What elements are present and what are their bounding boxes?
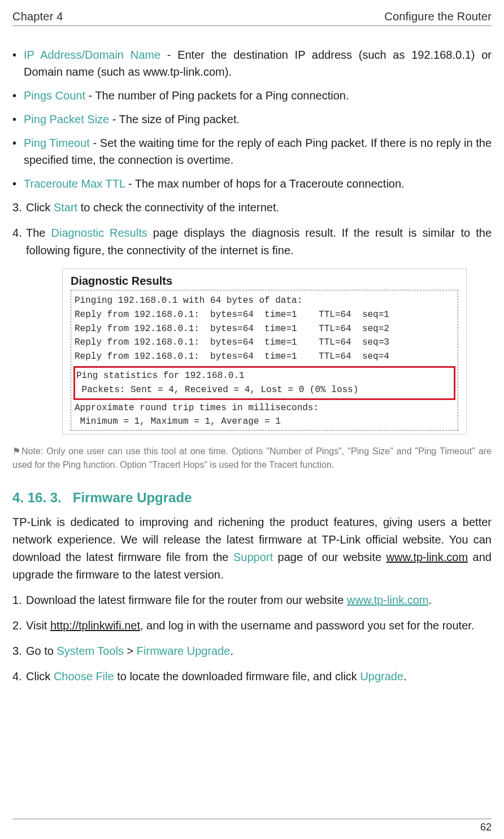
- note-text: Only one user can use this tool at one t…: [12, 446, 492, 470]
- diag-line: Reply from 192.168.0.1: bytes=64 time=1 …: [75, 322, 454, 336]
- steps-list-b: Download the latest firmware file for th…: [12, 592, 492, 685]
- note-icon: ⚑: [12, 446, 20, 456]
- step-text: .: [230, 645, 233, 657]
- page-number: 62: [12, 819, 492, 833]
- step-term: Start: [54, 201, 77, 214]
- bullet-item: Ping Timeout - Set the waiting time for …: [12, 134, 492, 168]
- step-text: Click: [26, 201, 54, 214]
- inline-term: Firmware Upgrade: [137, 645, 231, 657]
- chapter-label: Chapter 4: [12, 10, 63, 23]
- diag-line: Packets: Sent = 4, Received = 4, Lost = …: [76, 383, 453, 397]
- step-text: Click: [26, 670, 54, 682]
- bullet-item: Ping Packet Size - The size of Ping pack…: [12, 111, 492, 128]
- section-heading: 4. 16. 3. Firmware Upgrade: [12, 490, 492, 506]
- param-text: - The size of Ping packet.: [109, 113, 240, 125]
- header-rule: [12, 25, 492, 26]
- inline-term: Upgrade: [360, 670, 403, 682]
- bullet-item: Pings Count - The number of Ping packets…: [12, 87, 492, 104]
- diagnostic-output: Pinging 192.168.0.1 with 64 bytes of dat…: [71, 290, 458, 431]
- inline-link[interactable]: http://tplinkwifi.net: [50, 619, 140, 632]
- param-text: - The number of Ping packets for a Ping …: [85, 89, 349, 102]
- param-text: - The max number of hops for a Tracerout…: [125, 177, 404, 190]
- diag-line: Pinging 192.168.0.1 with 64 bytes of dat…: [75, 294, 454, 308]
- diag-line: Reply from 192.168.0.1: bytes=64 time=1 …: [75, 336, 454, 350]
- diag-line: Approximate round trip times in millisec…: [75, 401, 454, 415]
- step-4: Click Choose File to locate the download…: [12, 668, 492, 685]
- param-text: - Set the waiting time for the reply of …: [24, 137, 492, 166]
- diagnostic-title: Diagnostic Results: [71, 275, 458, 288]
- param-term: Ping Timeout: [24, 137, 90, 149]
- body-text: page of our website: [273, 551, 386, 563]
- diagnostic-results-box: Diagnostic Results Pinging 192.168.0.1 w…: [62, 268, 467, 434]
- step-text: .: [403, 670, 407, 682]
- step-text: Go to: [26, 645, 57, 657]
- step-text: Download the latest firmware file for th…: [26, 594, 347, 606]
- diag-highlight: Ping statistics for 192.168.0.1 Packets:…: [73, 366, 455, 400]
- param-term: IP Address/Domain Name: [24, 49, 160, 61]
- note-block: ⚑Note: Only one user can use this tool a…: [12, 445, 492, 472]
- step-1: Download the latest firmware file for th…: [12, 592, 492, 609]
- step-text: , and log in with the username and passw…: [140, 619, 474, 632]
- section-number: 4. 16. 3.: [12, 490, 62, 505]
- diag-line: Reply from 192.168.0.1: bytes=64 time=1 …: [75, 308, 454, 322]
- inline-link[interactable]: www.tp-link.com: [386, 551, 468, 563]
- step-text: to locate the downloaded firmware file, …: [114, 670, 360, 682]
- diag-line: Ping statistics for 192.168.0.1: [76, 369, 453, 383]
- step-text: >: [124, 645, 137, 657]
- page: Chapter 4 Configure the Router IP Addres…: [0, 0, 504, 839]
- inline-term: System Tools: [57, 645, 124, 657]
- steps-list-a: Click Start to check the connectivity of…: [12, 199, 492, 259]
- step-2: Visit http://tplinkwifi.net, and log in …: [12, 617, 492, 634]
- inline-link[interactable]: www.tp-link.com: [347, 594, 428, 606]
- header-title: Configure the Router: [384, 10, 492, 23]
- param-term: Pings Count: [24, 89, 85, 102]
- note-label: Note:: [21, 446, 43, 456]
- body-paragraph: TP-Link is dedicated to improving and ri…: [12, 514, 492, 584]
- parameter-list: IP Address/Domain Name - Enter the desti…: [12, 46, 492, 192]
- section-title: Firmware Upgrade: [73, 490, 192, 505]
- diag-line: Minimum = 1, Maximum = 1, Average = 1: [75, 415, 454, 429]
- step-text: .: [429, 594, 432, 606]
- inline-term: Choose File: [54, 670, 114, 682]
- step-text: to check the connectivity of the interne…: [77, 201, 279, 214]
- step-3: Click Start to check the connectivity of…: [12, 199, 492, 216]
- header-bar: Chapter 4 Configure the Router: [12, 10, 492, 23]
- bullet-item: IP Address/Domain Name - Enter the desti…: [12, 46, 492, 80]
- diag-line: Reply from 192.168.0.1: bytes=64 time=1 …: [75, 350, 454, 364]
- param-term: Traceroute Max TTL: [24, 177, 125, 190]
- bullet-item: Traceroute Max TTL - The max number of h…: [12, 175, 492, 192]
- step-text: Visit: [26, 619, 50, 632]
- step-term: Diagnostic Results: [51, 227, 147, 239]
- param-term: Ping Packet Size: [24, 113, 109, 125]
- inline-term: Support: [233, 551, 273, 563]
- step-3: Go to System Tools > Firmware Upgrade.: [12, 642, 492, 660]
- step-4: The Diagnostic Results page displays the…: [12, 224, 492, 259]
- step-text: The: [26, 227, 51, 239]
